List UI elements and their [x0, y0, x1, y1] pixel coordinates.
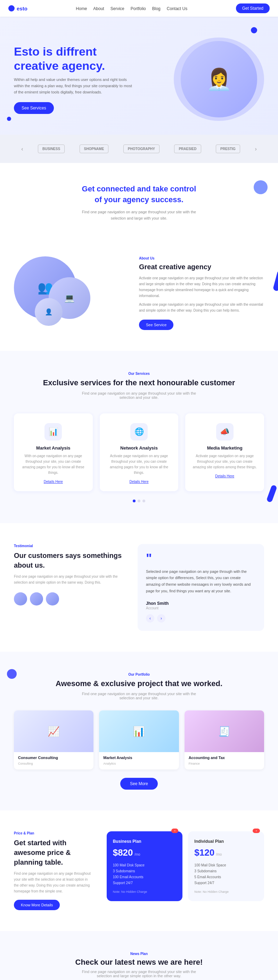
- testimonial-body: Find one page navigation on any page thr…: [14, 574, 124, 585]
- service-link-1[interactable]: Details Here: [44, 480, 63, 484]
- nav-cta-button[interactable]: Get Started: [236, 3, 270, 13]
- portfolio-cat-1: Consulting: [18, 762, 33, 765]
- about-circle-3: 👤: [35, 298, 62, 326]
- price-name-business: Business Plan: [113, 839, 176, 844]
- portfolio-icon-3: 🧾: [218, 726, 230, 737]
- nav-links: Home About Service Portfolio Blog Contac…: [76, 5, 187, 11]
- brands-bar: ‹ BUSINESS SHOPNAME PHOTOGRAPHY PRAESIED…: [0, 135, 278, 163]
- services-tag: Our Services: [14, 372, 264, 375]
- service-icon-3: 📣: [216, 423, 234, 441]
- brand-logo-4: PRAESIED: [174, 145, 201, 153]
- price-badge-business: ×: [171, 829, 179, 833]
- price-amount-business: $820 /mo: [113, 847, 176, 858]
- services-dot-1[interactable]: [133, 500, 135, 502]
- testimonial-avatars: [14, 592, 124, 606]
- about-cta-button[interactable]: See Service: [139, 320, 173, 330]
- brand-logo-2: SHOPNAME: [79, 145, 109, 153]
- about-p2: Activate one page navigation on any page…: [139, 302, 264, 313]
- service-card-2: 🌐 Network Analysis Activate page navigat…: [100, 414, 179, 491]
- price-feature-i-2: 3 Subdomains: [194, 868, 258, 874]
- about-images: 👥 💻 👤: [14, 256, 125, 326]
- portfolio-item-1[interactable]: 📈 Consumer Consulting Consulting: [14, 710, 94, 770]
- brand-4: PRAESIED: [174, 145, 201, 153]
- price-feature-i-1: 100 Mail Disk Space: [194, 862, 258, 868]
- nav-portfolio[interactable]: Portfolio: [131, 6, 146, 11]
- testimonial-next-button[interactable]: ›: [157, 614, 165, 622]
- brand-2: SHOPNAME: [79, 145, 109, 153]
- services-section: Our Services Exclusive services for the …: [0, 351, 278, 523]
- service-desc-3: Activate page navigation on any page thr…: [192, 453, 257, 470]
- hero-heading: Esto is diffrent creative agency.: [14, 45, 132, 73]
- services-body: Find one page navigation on any page thr…: [80, 391, 198, 399]
- service-card-1: 📊 Market Analysis With on-page navigatio…: [14, 414, 93, 491]
- agency-intro-heading: Get connected and take control of your a…: [14, 184, 264, 205]
- hero-section: Esto is diffrent creative agency. Within…: [0, 17, 278, 135]
- logo[interactable]: esto: [8, 5, 27, 11]
- about-title: Great creative agency: [139, 263, 264, 271]
- portfolio-icon-2: 📊: [133, 726, 145, 737]
- pricing-title: Get started with awesome price & plannin…: [14, 838, 93, 867]
- hero-text: Esto is diffrent creative agency. Within…: [14, 45, 132, 114]
- hero-illustration: 👩‍💼: [206, 67, 232, 92]
- price-note-individual: Note: No Hidden Charge: [194, 890, 258, 894]
- hero-dot-1: [251, 27, 257, 33]
- nav-home[interactable]: Home: [76, 6, 87, 11]
- services-header: Our Services Exclusive services for the …: [14, 372, 264, 399]
- portfolio-more-button[interactable]: See More: [120, 778, 158, 790]
- portfolio-body: Find one page navigation on any page thr…: [80, 692, 198, 700]
- nav-blog[interactable]: Blog: [152, 6, 160, 11]
- portfolio-thumb-1: 📈: [14, 710, 94, 752]
- about-img-2-icon: 💻: [64, 293, 75, 303]
- nav-contact[interactable]: Contact Us: [167, 6, 187, 11]
- portfolio-item-3[interactable]: 🧾 Accounting and Tax Finance: [184, 710, 264, 770]
- quote-mark: ": [146, 552, 256, 565]
- hero-body: Within all help and value under themes u…: [14, 77, 132, 95]
- portfolio-title: Awesome & exclusive project that we work…: [14, 678, 264, 689]
- portfolio-thumb-3: 🧾: [184, 710, 264, 752]
- services-dot-3[interactable]: [143, 500, 145, 502]
- service-desc-1: With on-page navigation on any page thro…: [21, 453, 86, 476]
- testimonial-section: Testimonial Our customers says something…: [0, 523, 278, 652]
- price-feature-b-4: Support 24/7: [113, 880, 176, 886]
- brands-prev-arrow[interactable]: ‹: [21, 146, 23, 152]
- hero-cta-button[interactable]: See Services: [14, 102, 54, 114]
- portfolio-thumb-2: 📊: [99, 710, 179, 752]
- testimonial-left: Testimonial Our customers says something…: [14, 544, 124, 606]
- logo-dot: [8, 5, 14, 11]
- pricing-left: Price & Plan Get started with awesome pr…: [14, 831, 93, 910]
- pricing-section: Price & Plan Get started with awesome pr…: [0, 810, 278, 931]
- brand-5: PRESTIG: [216, 145, 240, 153]
- nav-service[interactable]: Service: [111, 6, 124, 11]
- testimonial-avatar-2: [30, 592, 43, 606]
- portfolio-info-1: Consumer Consulting Consulting: [14, 752, 94, 770]
- testimonial-author: Jhon Smith Account: [146, 600, 256, 610]
- price-feature-b-3: 100 Email Accounts: [113, 874, 176, 880]
- news-section: News Plan Check our latest news we are h…: [0, 931, 278, 980]
- agency-intro-line1: Get connected and take control: [82, 185, 196, 193]
- portfolio-title-1: Consumer Consulting: [18, 756, 89, 760]
- news-header: News Plan Check our latest news we are h…: [14, 952, 264, 978]
- services-pagination: [14, 500, 264, 502]
- price-name-individual: Individual Plan: [194, 839, 258, 844]
- service-link-2[interactable]: Details Here: [129, 480, 148, 484]
- news-title: Check our latest news we are here!: [14, 958, 264, 967]
- pricing-details-button[interactable]: Know More Details: [14, 900, 60, 910]
- price-card-business: × Business Plan $820 /mo 100 Mail Disk S…: [107, 831, 183, 901]
- portfolio-info-2: Market Analysis Analytics: [99, 752, 179, 770]
- hero-image: 👩‍💼: [174, 38, 264, 121]
- service-link-3[interactable]: Details Here: [215, 474, 234, 478]
- news-body: Find one page navigation on any page thr…: [80, 970, 198, 978]
- testimonial-tag: Testimonial: [14, 544, 124, 548]
- pricing-cards: × Business Plan $820 /mo 100 Mail Disk S…: [107, 831, 264, 901]
- brands-next-arrow[interactable]: ›: [255, 146, 256, 152]
- testimonial-prev-button[interactable]: ‹: [146, 614, 154, 622]
- portfolio-item-2[interactable]: 📊 Market Analysis Analytics: [99, 710, 179, 770]
- pricing-tag: Price & Plan: [14, 831, 93, 835]
- services-dot-2[interactable]: [138, 500, 140, 502]
- nav-about[interactable]: About: [93, 6, 104, 11]
- services-title: Exclusive services for the next honourab…: [14, 378, 264, 388]
- services-grid: 📊 Market Analysis With on-page navigatio…: [14, 414, 264, 491]
- service-desc-2: Activate page navigation on any page thr…: [107, 453, 172, 476]
- testimonial-avatar-3: [46, 592, 59, 606]
- news-tag: News Plan: [14, 952, 264, 956]
